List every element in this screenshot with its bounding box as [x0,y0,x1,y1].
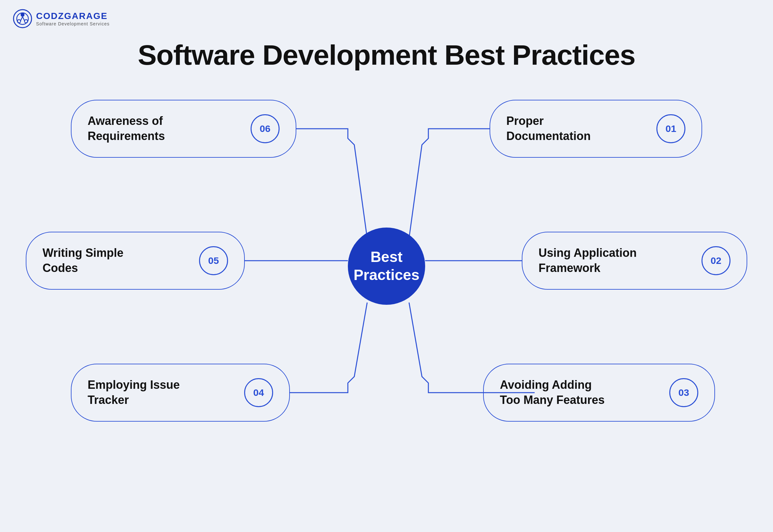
pill-issue-tracker: Employing IssueTracker 04 [71,364,290,422]
num-circle-01: 01 [657,114,685,143]
logo: CODZGARAGE Software Development Services [13,9,109,28]
num-circle-02: 02 [702,246,731,275]
pill-simple-codes-label: Writing SimpleCodes [42,246,123,276]
center-circle: BestPractices [348,228,425,305]
num-circle-03: 03 [669,378,698,407]
logo-text: CODZGARAGE Software Development Services [36,11,109,26]
pill-awareness: Awareness ofRequirements 06 [71,100,296,158]
pill-features-label: Avoiding AddingToo Many Features [500,378,605,408]
num-circle-05: 05 [199,246,228,275]
pill-documentation-label: ProperDocumentation [506,114,591,144]
pill-framework: 02 Using ApplicationFramework [522,232,747,290]
pill-simple-codes: Writing SimpleCodes 05 [26,232,245,290]
svg-point-0 [14,10,32,28]
page-title: Software Development Best Practices [0,39,773,71]
logo-name: CODZGARAGE [36,11,109,21]
svg-line-5 [21,17,23,21]
svg-point-2 [21,13,24,17]
pill-issue-tracker-label: Employing IssueTracker [88,378,180,408]
pill-documentation: 01 ProperDocumentation [489,100,702,158]
svg-line-6 [23,17,24,21]
pill-features: 03 Avoiding AddingToo Many Features [483,364,715,422]
num-circle-04: 04 [244,378,273,407]
svg-point-4 [24,20,28,23]
logo-subtitle: Software Development Services [36,21,109,26]
center-text: BestPractices [354,248,420,284]
pill-framework-label: Using ApplicationFramework [538,246,637,276]
num-circle-06: 06 [251,114,280,143]
logo-icon [13,9,32,28]
svg-point-3 [17,20,21,23]
pill-awareness-label: Awareness ofRequirements [88,114,165,144]
